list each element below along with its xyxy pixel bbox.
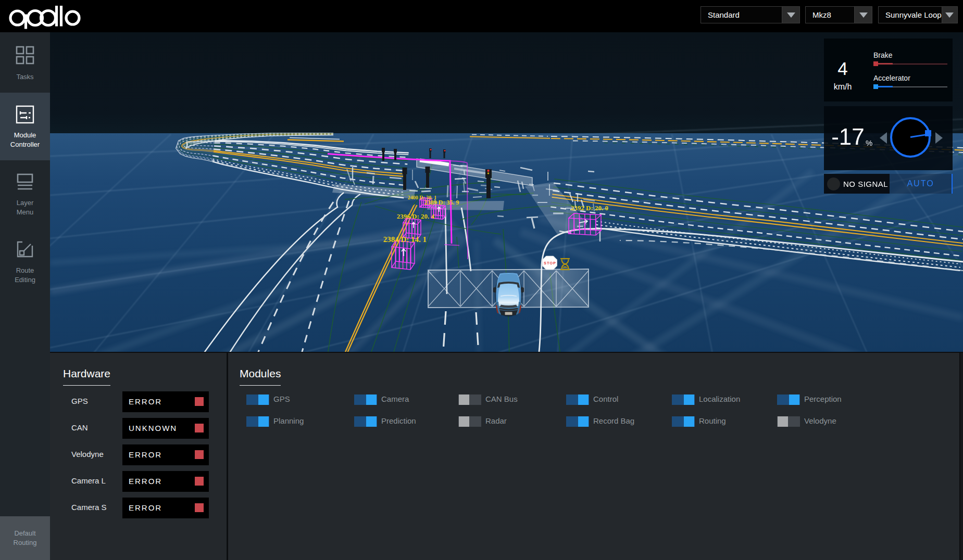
svg-text:2396 D: 20. 4: 2396 D: 20. 4 <box>397 212 435 220</box>
svg-text:2400 D: 30. 1: 2400 D: 30. 1 <box>408 195 437 200</box>
svg-text:STOP: STOP <box>544 261 556 265</box>
svg-text:2392 D: 20. 0: 2392 D: 20. 0 <box>571 204 608 212</box>
svg-text:2384 D: 14. 1: 2384 D: 14. 1 <box>383 235 427 244</box>
